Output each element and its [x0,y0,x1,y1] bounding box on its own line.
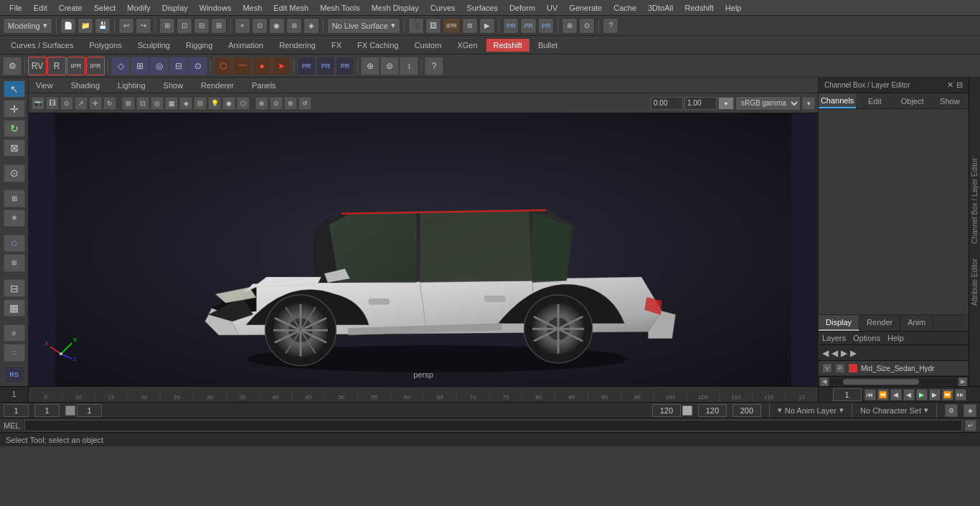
vp-move-icon[interactable]: ✛ [89,97,102,110]
tab-xgen[interactable]: XGen [450,39,484,52]
layer-visibility-btn[interactable]: V [822,363,832,373]
menu-curves[interactable]: Curves [425,2,461,14]
viewport-menu-renderer[interactable]: Renderer [197,80,237,91]
vp-extra1[interactable]: ⊕ [255,97,268,110]
play-back-btn[interactable]: ◀ [903,389,915,400]
menu-deform[interactable]: Deform [504,2,541,14]
viewport-menu-panels[interactable]: Panels [248,80,280,91]
lasso-select-btn[interactable]: ⌖ [235,18,250,34]
rs-icon-ipr2[interactable]: IPR [86,57,105,75]
anim-layer-arrow2[interactable]: ▾ [839,406,844,415]
vp-select-icon[interactable]: ↗ [75,97,88,110]
tab-anim[interactable]: Anim [900,315,933,331]
scroll-track[interactable] [830,379,957,385]
skip-to-end-btn[interactable]: ⏭ [955,389,966,400]
rs-diamond[interactable]: ◇ [111,57,130,75]
layer-arrow-right2[interactable]: ▶ [850,348,857,358]
rs-bottom-btn[interactable]: RS [4,366,25,383]
menu-uv[interactable]: UV [541,2,563,14]
char-set-arrow[interactable]: ▾ [924,406,928,415]
menu-edit[interactable]: Edit [28,2,53,14]
vp-shade-icon[interactable]: ◈ [179,97,192,110]
extrude-btn[interactable]: ⊞ [4,254,25,271]
menu-select[interactable]: Select [88,2,122,14]
new-scene-btn[interactable]: 📄 [60,18,76,34]
layers-menu-help[interactable]: Help [887,334,904,342]
tab-fx-caching[interactable]: FX Caching [350,39,405,52]
render-pr2[interactable]: PR [520,18,537,34]
panel-close-icon[interactable]: ✕ [947,80,953,90]
menu-mesh-display[interactable]: Mesh Display [366,2,425,14]
rs-circle-red[interactable]: ● [253,57,271,75]
workspace-dropdown[interactable]: Modeling ▾ [3,18,52,34]
tab-fx[interactable]: FX [324,39,349,52]
layers-menu-layers[interactable]: Layers [822,334,846,342]
menu-display[interactable]: Display [156,2,194,14]
menu-mesh[interactable]: Mesh [237,2,268,14]
vp-film-icon[interactable]: 🎞 [46,97,59,110]
render-pr1[interactable]: PR [503,18,519,34]
scroll-left-btn[interactable]: ◀ [820,378,829,386]
show-grid-btn[interactable]: ⊟ [4,279,25,296]
menu-create[interactable]: Create [53,2,88,14]
rs-pr1[interactable]: PR [297,57,316,75]
question-btn[interactable]: ? [603,18,618,34]
menu-cache[interactable]: Cache [608,2,642,14]
skip-to-start-btn[interactable]: ⏮ [864,389,876,400]
tab-edit[interactable]: Edit [856,93,893,108]
vp-camera-icon[interactable]: 📷 [32,97,44,110]
layer-arrow-right[interactable]: ▶ [841,348,847,358]
vp-extra2[interactable]: ⊙ [270,97,283,110]
ipr-btn[interactable]: IPR [443,18,461,34]
vp-ambient-icon[interactable]: ⬡ [237,97,250,110]
menu-edit-mesh[interactable]: Edit Mesh [268,2,314,14]
tab-channels[interactable]: Channels [819,93,856,108]
snap-to-grid-btn[interactable]: ⊟ [194,18,209,34]
vp-grid-icon[interactable]: ⊞ [122,97,135,110]
rs-cylinder[interactable]: ⊟ [169,57,188,75]
layer-arrow-left2[interactable]: ◀ [831,348,838,358]
snap-to-curve-btn[interactable]: ⊞ [211,18,227,34]
vp-render-icon[interactable]: ▦ [165,97,178,110]
render-pr3[interactable]: PR [538,18,555,34]
tab-custom[interactable]: Custom [407,39,449,52]
menu-windows[interactable]: Windows [194,2,237,14]
viewport-menu-lighting[interactable]: Lighting [114,80,149,91]
rs-icon-ipr[interactable]: IPR [67,57,85,75]
frame-input2[interactable] [34,404,60,417]
vp-smooth-icon[interactable]: ◎ [151,97,164,110]
end-frame-input[interactable] [652,404,681,417]
open-scene-btn[interactable]: 📁 [77,18,93,34]
menu-redshift[interactable]: Redshift [679,2,719,14]
anim-frame-input[interactable] [77,404,102,417]
rs-cube-red[interactable]: ⬡ [214,57,232,75]
rs-pr3[interactable]: PR [336,57,354,75]
vp-wire-icon[interactable]: ⊟ [194,97,207,110]
rs-pr2[interactable]: PR [316,57,335,75]
mel-enter-btn[interactable]: ↵ [965,420,976,431]
viewport-menu-show[interactable]: Show [160,80,187,91]
render-extra2[interactable]: ⊙ [579,18,595,34]
scroll-right-btn[interactable]: ▶ [958,378,967,386]
layer-arrow-left[interactable]: ◀ [822,348,829,358]
snap-btn[interactable]: ⊞ [4,189,25,207]
layers-menu-options[interactable]: Options [853,334,880,342]
render-settings-btn[interactable]: ⚙ [462,18,478,34]
vp-extra3[interactable]: ⊛ [284,97,297,110]
prev-frame-btn[interactable]: ◀ [890,389,902,400]
vp-light-icon[interactable]: 💡 [208,97,221,110]
tab-animation[interactable]: Animation [221,39,270,52]
soft-select-btn[interactable]: ◉ [269,18,285,34]
rs-sphere[interactable]: ◎ [150,57,169,75]
panel-float-icon[interactable]: ⊟ [956,80,963,90]
vp-gamma-arrow[interactable]: ▾ [802,97,815,110]
layer-color-swatch[interactable] [848,363,858,373]
gamma-select[interactable]: sRGB gamma Linear [735,96,801,111]
menu-generate[interactable]: Generate [563,2,608,14]
vp-color-icon[interactable]: ● [718,97,734,110]
select-tool-btn[interactable]: ↖ [4,80,25,98]
rs-misc2[interactable]: ⊜ [380,57,399,75]
rs-arrow-red[interactable]: ➤ [272,57,291,75]
anim-layer-arrow[interactable]: ▾ [778,406,782,415]
tab-redshift[interactable]: Redshift [486,39,529,52]
